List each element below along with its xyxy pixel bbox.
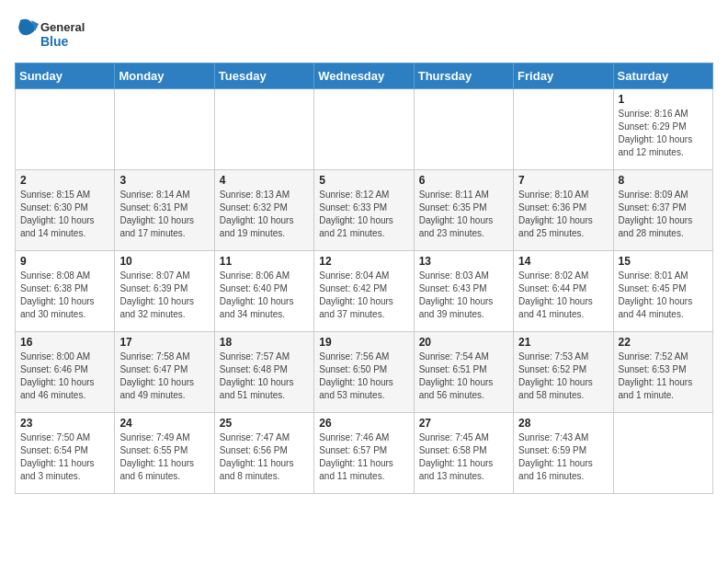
calendar-cell: 25Sunrise: 7:47 AM Sunset: 6:56 PM Dayli… bbox=[214, 413, 313, 494]
calendar-cell bbox=[16, 89, 115, 170]
calendar-cell: 7Sunrise: 8:10 AM Sunset: 6:36 PM Daylig… bbox=[514, 170, 613, 251]
calendar-cell: 28Sunrise: 7:43 AM Sunset: 6:59 PM Dayli… bbox=[514, 413, 613, 494]
day-number: 9 bbox=[20, 255, 109, 268]
day-number: 22 bbox=[619, 336, 708, 349]
day-info: Sunrise: 7:50 AM Sunset: 6:54 PM Dayligh… bbox=[20, 431, 109, 483]
calendar-cell bbox=[214, 89, 313, 170]
day-number: 8 bbox=[619, 174, 708, 187]
day-number: 14 bbox=[518, 255, 608, 268]
day-number: 27 bbox=[419, 417, 508, 430]
calendar-cell bbox=[314, 89, 414, 170]
calendar-cell: 3Sunrise: 8:14 AM Sunset: 6:31 PM Daylig… bbox=[115, 170, 214, 251]
calendar-cell: 18Sunrise: 7:57 AM Sunset: 6:48 PM Dayli… bbox=[214, 332, 313, 413]
calendar-cell: 5Sunrise: 8:12 AM Sunset: 6:33 PM Daylig… bbox=[314, 170, 414, 251]
calendar-week-row: 2Sunrise: 8:15 AM Sunset: 6:30 PM Daylig… bbox=[16, 170, 713, 251]
calendar-cell: 14Sunrise: 8:02 AM Sunset: 6:44 PM Dayli… bbox=[514, 251, 613, 332]
day-number: 19 bbox=[319, 336, 408, 349]
day-info: Sunrise: 7:43 AM Sunset: 6:59 PM Dayligh… bbox=[518, 431, 608, 483]
day-info: Sunrise: 7:56 AM Sunset: 6:50 PM Dayligh… bbox=[319, 350, 408, 402]
day-number: 25 bbox=[220, 417, 309, 430]
calendar-cell: 2Sunrise: 8:15 AM Sunset: 6:30 PM Daylig… bbox=[16, 170, 115, 251]
day-number: 10 bbox=[119, 255, 209, 268]
day-number: 15 bbox=[619, 255, 708, 268]
calendar-table: SundayMondayTuesdayWednesdayThursdayFrid… bbox=[15, 63, 713, 494]
calendar-cell: 13Sunrise: 8:03 AM Sunset: 6:43 PM Dayli… bbox=[414, 251, 513, 332]
day-number: 4 bbox=[220, 174, 309, 187]
calendar-week-row: 16Sunrise: 8:00 AM Sunset: 6:46 PM Dayli… bbox=[16, 332, 713, 413]
calendar-cell: 20Sunrise: 7:54 AM Sunset: 6:51 PM Dayli… bbox=[414, 332, 513, 413]
calendar-week-row: 1Sunrise: 8:16 AM Sunset: 6:29 PM Daylig… bbox=[16, 89, 713, 170]
weekday-header-wednesday: Wednesday bbox=[314, 63, 414, 89]
weekday-header-sunday: Sunday bbox=[16, 63, 115, 89]
calendar-cell: 17Sunrise: 7:58 AM Sunset: 6:47 PM Dayli… bbox=[115, 332, 214, 413]
day-number: 21 bbox=[518, 336, 608, 349]
day-number: 20 bbox=[419, 336, 508, 349]
day-number: 12 bbox=[319, 255, 408, 268]
calendar-cell: 1Sunrise: 8:16 AM Sunset: 6:29 PM Daylig… bbox=[613, 89, 712, 170]
day-number: 6 bbox=[419, 174, 508, 187]
day-info: Sunrise: 8:10 AM Sunset: 6:36 PM Dayligh… bbox=[518, 189, 608, 240]
weekday-header-monday: Monday bbox=[115, 63, 214, 89]
day-info: Sunrise: 7:52 AM Sunset: 6:53 PM Dayligh… bbox=[619, 350, 708, 402]
calendar-cell: 22Sunrise: 7:52 AM Sunset: 6:53 PM Dayli… bbox=[613, 332, 712, 413]
day-info: Sunrise: 8:02 AM Sunset: 6:44 PM Dayligh… bbox=[518, 270, 608, 321]
weekday-header-row: SundayMondayTuesdayWednesdayThursdayFrid… bbox=[16, 63, 713, 89]
day-info: Sunrise: 8:04 AM Sunset: 6:42 PM Dayligh… bbox=[319, 270, 408, 321]
day-info: Sunrise: 7:58 AM Sunset: 6:47 PM Dayligh… bbox=[119, 350, 209, 402]
day-info: Sunrise: 8:08 AM Sunset: 6:38 PM Dayligh… bbox=[20, 270, 109, 321]
day-info: Sunrise: 7:46 AM Sunset: 6:57 PM Dayligh… bbox=[319, 431, 408, 483]
day-number: 28 bbox=[518, 417, 608, 430]
calendar-body: 1Sunrise: 8:16 AM Sunset: 6:29 PM Daylig… bbox=[16, 89, 713, 494]
calendar-cell: 10Sunrise: 8:07 AM Sunset: 6:39 PM Dayli… bbox=[115, 251, 214, 332]
day-number: 7 bbox=[518, 174, 608, 187]
day-info: Sunrise: 8:06 AM Sunset: 6:40 PM Dayligh… bbox=[220, 270, 309, 321]
calendar-cell bbox=[414, 89, 513, 170]
day-info: Sunrise: 7:57 AM Sunset: 6:48 PM Dayligh… bbox=[220, 350, 309, 402]
svg-text:General: General bbox=[40, 20, 85, 34]
day-number: 18 bbox=[220, 336, 309, 349]
day-number: 1 bbox=[619, 93, 708, 106]
day-info: Sunrise: 7:49 AM Sunset: 6:55 PM Dayligh… bbox=[119, 431, 209, 483]
day-info: Sunrise: 8:09 AM Sunset: 6:37 PM Dayligh… bbox=[619, 189, 708, 240]
day-number: 26 bbox=[319, 417, 408, 430]
calendar-cell: 12Sunrise: 8:04 AM Sunset: 6:42 PM Dayli… bbox=[314, 251, 414, 332]
day-info: Sunrise: 7:53 AM Sunset: 6:52 PM Dayligh… bbox=[518, 350, 608, 402]
day-info: Sunrise: 7:54 AM Sunset: 6:51 PM Dayligh… bbox=[419, 350, 508, 402]
calendar-week-row: 23Sunrise: 7:50 AM Sunset: 6:54 PM Dayli… bbox=[16, 413, 713, 494]
calendar-cell: 9Sunrise: 8:08 AM Sunset: 6:38 PM Daylig… bbox=[16, 251, 115, 332]
logo: General Blue bbox=[15, 15, 97, 55]
calendar-cell bbox=[514, 89, 613, 170]
calendar-cell: 8Sunrise: 8:09 AM Sunset: 6:37 PM Daylig… bbox=[613, 170, 712, 251]
day-info: Sunrise: 8:07 AM Sunset: 6:39 PM Dayligh… bbox=[119, 270, 209, 321]
page-header: General Blue bbox=[15, 15, 713, 55]
day-info: Sunrise: 8:15 AM Sunset: 6:30 PM Dayligh… bbox=[20, 189, 109, 240]
day-number: 16 bbox=[20, 336, 109, 349]
day-number: 2 bbox=[20, 174, 109, 187]
calendar-cell bbox=[115, 89, 214, 170]
calendar-cell: 26Sunrise: 7:46 AM Sunset: 6:57 PM Dayli… bbox=[314, 413, 414, 494]
calendar-cell bbox=[613, 413, 712, 494]
weekday-header-saturday: Saturday bbox=[613, 63, 712, 89]
day-info: Sunrise: 8:13 AM Sunset: 6:32 PM Dayligh… bbox=[220, 189, 309, 240]
weekday-header-thursday: Thursday bbox=[414, 63, 513, 89]
calendar-cell: 27Sunrise: 7:45 AM Sunset: 6:58 PM Dayli… bbox=[414, 413, 513, 494]
day-number: 11 bbox=[220, 255, 309, 268]
calendar-cell: 15Sunrise: 8:01 AM Sunset: 6:45 PM Dayli… bbox=[613, 251, 712, 332]
calendar-cell: 24Sunrise: 7:49 AM Sunset: 6:55 PM Dayli… bbox=[115, 413, 214, 494]
calendar-cell: 16Sunrise: 8:00 AM Sunset: 6:46 PM Dayli… bbox=[16, 332, 115, 413]
svg-text:Blue: Blue bbox=[40, 34, 69, 49]
day-info: Sunrise: 8:00 AM Sunset: 6:46 PM Dayligh… bbox=[20, 350, 109, 402]
day-info: Sunrise: 8:11 AM Sunset: 6:35 PM Dayligh… bbox=[419, 189, 508, 240]
day-number: 24 bbox=[119, 417, 209, 430]
calendar-cell: 4Sunrise: 8:13 AM Sunset: 6:32 PM Daylig… bbox=[214, 170, 313, 251]
calendar-cell: 19Sunrise: 7:56 AM Sunset: 6:50 PM Dayli… bbox=[314, 332, 414, 413]
calendar-cell: 23Sunrise: 7:50 AM Sunset: 6:54 PM Dayli… bbox=[16, 413, 115, 494]
day-number: 13 bbox=[419, 255, 508, 268]
day-number: 3 bbox=[119, 174, 209, 187]
logo-svg: General Blue bbox=[15, 15, 97, 55]
day-number: 17 bbox=[119, 336, 209, 349]
calendar-cell: 6Sunrise: 8:11 AM Sunset: 6:35 PM Daylig… bbox=[414, 170, 513, 251]
day-info: Sunrise: 8:12 AM Sunset: 6:33 PM Dayligh… bbox=[319, 189, 408, 240]
calendar-cell: 11Sunrise: 8:06 AM Sunset: 6:40 PM Dayli… bbox=[214, 251, 313, 332]
calendar-header: SundayMondayTuesdayWednesdayThursdayFrid… bbox=[16, 63, 713, 89]
